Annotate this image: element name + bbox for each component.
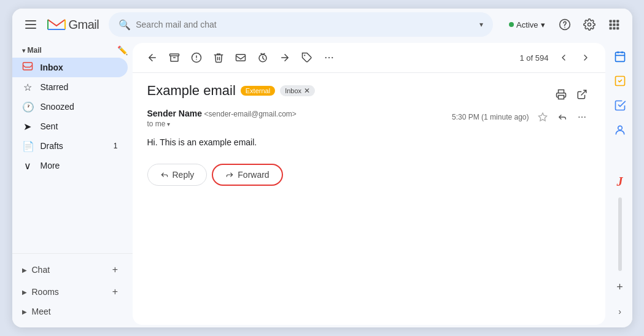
scrollbar[interactable] xyxy=(618,197,622,271)
svg-rect-24 xyxy=(558,96,564,99)
rooms-collapse-icon: ▶ xyxy=(22,289,27,296)
svg-rect-12 xyxy=(609,27,611,29)
help-button[interactable] xyxy=(554,13,576,36)
snoozed-icon: 🕐 xyxy=(22,101,33,113)
sender-email: <sender-email@gmail.com> xyxy=(204,110,297,118)
apps-button[interactable] xyxy=(603,13,625,36)
status-dot xyxy=(509,22,514,27)
drafts-label: Drafts xyxy=(41,141,63,151)
mail-section-header[interactable]: ▾ Mail ✏️ xyxy=(12,43,133,58)
rooms-add-button[interactable]: + xyxy=(108,284,123,299)
more-options-button[interactable] xyxy=(319,48,339,67)
snooze-button[interactable] xyxy=(253,48,273,67)
status-button[interactable]: Active ▾ xyxy=(503,17,551,33)
star-button[interactable] xyxy=(534,109,551,126)
email-quick-actions xyxy=(534,109,591,126)
right-panel-calendar-button[interactable] xyxy=(609,45,631,67)
email-body: Hi. This is an example email. xyxy=(147,136,591,149)
to-me[interactable]: to me ▾ xyxy=(147,120,452,128)
prev-email-button[interactable] xyxy=(554,48,573,67)
sidebar-item-snoozed[interactable]: 🕐 Snoozed xyxy=(12,97,128,116)
svg-point-28 xyxy=(581,116,583,118)
sidebar-item-starred[interactable]: ☆ Starred xyxy=(12,77,128,97)
email-subject: Example email xyxy=(147,83,236,99)
svg-point-21 xyxy=(325,57,326,58)
email-toolbar: 1 of 594 xyxy=(133,43,605,73)
email-time: 5:30 PM (1 minute ago) xyxy=(452,109,590,126)
right-panel-add-button[interactable]: + xyxy=(609,276,631,298)
open-in-new-button[interactable] xyxy=(573,86,591,103)
more-label: More xyxy=(41,161,60,170)
meet-collapse-icon: ▶ xyxy=(22,308,27,315)
sidebar-item-more[interactable]: ∨ More xyxy=(12,156,128,175)
settings-button[interactable] xyxy=(578,13,600,36)
chat-label: Chat xyxy=(32,265,50,275)
chat-add-button[interactable]: + xyxy=(108,262,123,277)
menu-button[interactable] xyxy=(20,13,42,36)
starred-label: Starred xyxy=(41,82,69,92)
svg-rect-8 xyxy=(616,20,619,23)
reply-quick-button[interactable] xyxy=(554,109,571,126)
search-dropdown-icon[interactable]: ▾ xyxy=(479,20,483,29)
email-header-actions xyxy=(553,86,591,103)
status-arrow-icon: ▾ xyxy=(541,20,545,29)
move-button[interactable] xyxy=(275,48,295,67)
email-subject-row: Example email External Inbox ✕ xyxy=(147,83,316,99)
right-panel-custom-app-button[interactable]: J xyxy=(609,170,631,193)
sidebar-item-rooms[interactable]: ▶ Rooms + xyxy=(12,281,133,303)
badge-inbox-close[interactable]: ✕ xyxy=(304,86,310,95)
sender-name: Sender Name xyxy=(147,109,202,118)
main-layout: ▾ Mail ✏️ Inbox ☆ Starred 🕐 Snoozed ➤ Se… xyxy=(12,40,632,327)
mark-unread-button[interactable] xyxy=(231,48,250,67)
sent-icon: ➤ xyxy=(22,121,33,132)
drafts-badge: 1 xyxy=(114,142,118,150)
chat-collapse-icon: ▶ xyxy=(22,267,27,273)
svg-rect-14 xyxy=(616,27,619,29)
search-input[interactable] xyxy=(136,20,475,29)
svg-marker-26 xyxy=(538,113,546,121)
svg-rect-11 xyxy=(616,23,619,26)
svg-point-5 xyxy=(564,27,565,28)
svg-point-27 xyxy=(578,116,580,118)
inbox-label: Inbox xyxy=(41,63,63,72)
svg-rect-10 xyxy=(613,23,615,26)
svg-rect-6 xyxy=(609,20,611,23)
svg-rect-7 xyxy=(613,20,615,23)
status-label: Active xyxy=(516,20,538,29)
email-area: 1 of 594 Example email External Inbox xyxy=(133,43,605,325)
svg-rect-9 xyxy=(609,23,611,26)
svg-line-25 xyxy=(581,90,586,95)
right-panel-expand-button[interactable]: › xyxy=(609,300,631,323)
page-info: 1 of 594 xyxy=(520,53,549,63)
print-button[interactable] xyxy=(553,86,570,103)
meet-label: Meet xyxy=(32,307,51,316)
email-content: Example email External Inbox ✕ xyxy=(133,73,605,325)
svg-rect-1 xyxy=(25,24,36,25)
svg-rect-2 xyxy=(25,28,36,29)
delete-button[interactable] xyxy=(209,48,228,67)
label-button[interactable] xyxy=(297,48,317,67)
back-button[interactable] xyxy=(142,48,162,67)
mail-collapse-icon: ▾ xyxy=(22,47,25,54)
svg-point-22 xyxy=(328,57,329,58)
svg-rect-13 xyxy=(613,27,615,29)
sender-info: Sender Name <sender-email@gmail.com> to … xyxy=(147,109,452,128)
right-panel-directory-button[interactable] xyxy=(609,119,631,141)
sidebar-item-sent[interactable]: ➤ Sent xyxy=(12,116,128,136)
sidebar-item-inbox[interactable]: Inbox xyxy=(12,58,128,77)
next-email-button[interactable] xyxy=(576,48,596,67)
search-bar[interactable]: 🔍 ▾ xyxy=(109,12,493,37)
sidebar-item-chat[interactable]: ▶ Chat + xyxy=(12,259,133,281)
report-button[interactable] xyxy=(187,48,206,67)
snoozed-label: Snoozed xyxy=(41,102,74,112)
forward-button[interactable]: Forward xyxy=(212,164,282,186)
right-panel-tasks-button[interactable] xyxy=(609,70,631,92)
right-panel-contacts-button[interactable] xyxy=(609,94,631,116)
app-title: Gmail xyxy=(69,18,99,32)
archive-button[interactable] xyxy=(165,48,184,67)
sidebar-item-drafts[interactable]: 📄 Drafts 1 xyxy=(12,136,128,156)
sidebar-item-meet[interactable]: ▶ Meet xyxy=(12,303,133,320)
compose-pencil-icon[interactable]: ✏️ xyxy=(117,45,128,55)
reply-button[interactable]: Reply xyxy=(147,164,208,186)
more-email-actions-button[interactable] xyxy=(573,109,591,126)
